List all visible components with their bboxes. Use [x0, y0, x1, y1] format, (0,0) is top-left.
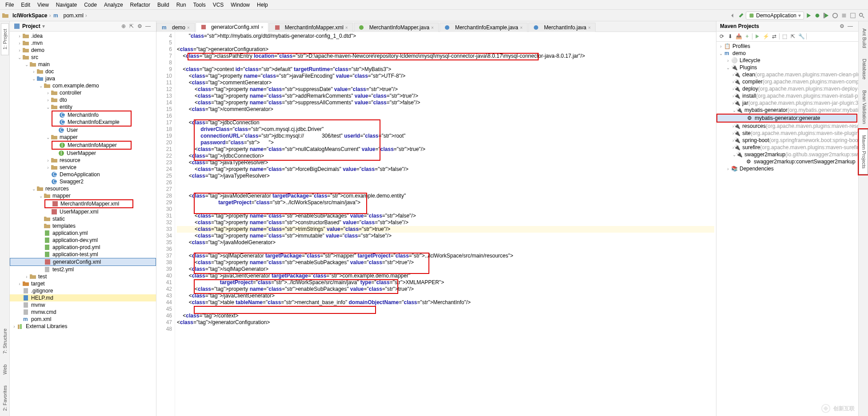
tab-favorites[interactable]: 2: Favorites	[1, 380, 8, 416]
tab-mie-java[interactable]: MerchantInfoExample.java×	[440, 23, 528, 32]
tree-node-merchantinfo[interactable]: CMerchantInfo	[52, 111, 131, 119]
tree-node-app-test-yml[interactable]: application-test.yml	[10, 251, 156, 258]
tab-ant[interactable]: Ant Build	[859, 23, 868, 53]
execute-icon[interactable]: ⚡	[762, 33, 769, 40]
layout-icon[interactable]	[849, 12, 856, 19]
tree-node-gitignore[interactable]: .gitignore	[10, 287, 156, 294]
tab-project[interactable]: 1: Project	[1, 23, 9, 55]
maven-resources[interactable]: ›🔌resources (org.apache.maven.plugins:ma…	[716, 123, 858, 130]
tree-node-mapper[interactable]: ⌄mapper	[10, 134, 156, 141]
maven-install[interactable]: ›🔌install (org.apache.maven.plugins:mave…	[716, 92, 858, 99]
download-icon[interactable]: 📥	[735, 33, 742, 40]
tree-node-controller[interactable]: ›controller	[10, 89, 156, 96]
maven-deploy[interactable]: ›🔌deploy (org.apache.maven.plugins:maven…	[716, 85, 858, 92]
maven-deps[interactable]: ›📚Dependencies	[716, 165, 858, 172]
close-icon[interactable]: ×	[588, 25, 591, 30]
tree-node-idea[interactable]: ›.idea	[10, 32, 156, 40]
menu-vcs[interactable]: VCS	[210, 2, 227, 8]
tree-node-target[interactable]: ›target	[10, 280, 156, 287]
code-editor[interactable]: 4567891011121314151617181920212223242526…	[156, 32, 716, 416]
scroll-to-icon[interactable]: ⊕	[121, 23, 128, 29]
menu-code[interactable]: Code	[81, 2, 100, 8]
tab-web[interactable]: Web	[1, 359, 8, 380]
maven-surefire[interactable]: ›🔌surefire (org.apache.maven.plugins:mav…	[716, 144, 858, 151]
hammer-icon[interactable]	[738, 12, 745, 19]
settings-icon[interactable]: 🔧	[798, 33, 805, 40]
close-icon[interactable]: ×	[261, 25, 264, 30]
tree-node-swagger[interactable]: CSwagger2	[10, 178, 156, 185]
maven-site[interactable]: ›🔌site (org.apache.maven.plugins:maven-s…	[716, 130, 858, 137]
tree-node-umxml[interactable]: UserMapper.xml	[10, 208, 156, 215]
menu-help[interactable]: Help	[254, 2, 271, 8]
tree-node-extlibs[interactable]: ›External Libraries	[10, 323, 156, 330]
run-icon[interactable]	[754, 33, 761, 40]
menu-window[interactable]: Window	[228, 2, 252, 8]
tree-node-generatorconfig[interactable]: generatorConfig.xml	[10, 258, 156, 266]
maven-lifecycle[interactable]: ›⚪Lifecycle	[716, 57, 858, 64]
maven-clean[interactable]: ›🔌clean (org.apache.maven.plugins:maven-…	[716, 71, 858, 78]
tree-node-java[interactable]: ⌄java	[10, 75, 156, 82]
tab-database[interactable]: Database	[859, 53, 868, 85]
reimport-icon[interactable]: ⟳	[718, 33, 725, 40]
menu-view[interactable]: View	[35, 2, 52, 8]
tree-node-dto[interactable]: ›dto	[10, 96, 156, 103]
menu-run[interactable]: Run	[174, 2, 189, 8]
tab-demo[interactable]: mdemo×	[156, 23, 195, 32]
menu-analyze[interactable]: Analyze	[101, 2, 126, 8]
profile-icon[interactable]	[832, 12, 839, 19]
run-icon[interactable]	[805, 12, 812, 19]
tree-node-mvnw[interactable]: mvnw	[10, 301, 156, 309]
breadcrumb-root[interactable]: lclWorkSpace	[12, 12, 47, 19]
collapse-icon[interactable]: ⇱	[129, 23, 136, 29]
maven-profiles[interactable]: ›📋Profiles	[716, 43, 858, 50]
tree-node-demo[interactable]: ›demo	[10, 47, 156, 54]
tree-node-mvn[interactable]: ›.mvn	[10, 40, 156, 47]
hide-icon[interactable]: —	[848, 23, 854, 29]
maven-jar[interactable]: ›🔌jar (org.apache.maven.plugins:maven-ja…	[716, 99, 858, 107]
tab-maven-projects[interactable]: Maven Projects	[859, 129, 868, 174]
collapse-all-icon[interactable]: ⇱	[789, 33, 796, 40]
tree-node-merchantinfomapper[interactable]: IMerchantInfoMapper	[52, 142, 131, 149]
tab-bean-validation[interactable]: Bean Validation	[859, 85, 868, 129]
tab-mim-xml[interactable]: MerchantInfoMapper.xml×	[269, 23, 353, 32]
tab-generatorconfig[interactable]: generatorConfig.xml×	[196, 22, 268, 32]
tree-node-resources[interactable]: ⌄resources	[10, 185, 156, 192]
maven-plugins[interactable]: ⌄🔌Plugins	[716, 64, 858, 71]
maven-spring-boot[interactable]: ›🔌spring-boot (org.springframework.boot:…	[716, 137, 858, 144]
close-icon[interactable]: ×	[345, 25, 348, 30]
back-icon[interactable]	[729, 12, 736, 19]
show-deps-icon[interactable]: ⬚	[781, 33, 788, 40]
tree-node-mimxml[interactable]: MerchantInfoMapper.xml	[45, 200, 132, 207]
tree-node-rmapper[interactable]: ⌄mapper	[10, 192, 156, 199]
tree-node-test2-yml[interactable]: test2.yml	[10, 266, 156, 273]
close-icon[interactable]: ×	[187, 25, 190, 30]
gear-icon[interactable]: ⚙	[137, 23, 144, 29]
close-icon[interactable]: ×	[520, 25, 523, 30]
menu-build[interactable]: Build	[155, 2, 172, 8]
generate-icon[interactable]: ⬇	[727, 33, 734, 40]
tree-node-entity[interactable]: ⌄entity	[10, 103, 156, 111]
menu-tools[interactable]: Tools	[191, 2, 208, 8]
tab-mim-java[interactable]: MerchantInfoMapper.java×	[354, 23, 439, 32]
debug-icon[interactable]	[814, 12, 821, 19]
tree-node-service[interactable]: ›service	[10, 164, 156, 171]
maven-swagger2markup[interactable]: ⌄🔌swagger2markup (io.github.swagger2mark…	[716, 151, 858, 158]
gear-icon[interactable]: ⚙	[840, 23, 846, 29]
hide-icon[interactable]: —	[145, 23, 152, 29]
menu-navigate[interactable]: Navigate	[53, 2, 80, 8]
project-tree[interactable]: ›.idea ›.mvn ›demo ⌄src ⌄main ›doc ⌄java…	[10, 32, 156, 416]
tree-node-demoapp[interactable]: CDemoApplication	[10, 171, 156, 178]
tree-node-doc[interactable]: ›doc	[10, 68, 156, 75]
tree-node-mvnwcmd[interactable]: mvnw.cmd	[10, 309, 156, 316]
tab-mi-java[interactable]: MerchantInfo.java×	[528, 23, 596, 32]
maven-mybatis-gen[interactable]: ⌄🔌mybatis-generator (org.mybatis.generat…	[716, 107, 858, 114]
stop-icon[interactable]	[840, 12, 848, 19]
tree-node-resource[interactable]: ›resource	[10, 157, 156, 164]
tree-node-user[interactable]: CUser	[10, 127, 156, 134]
code-content[interactable]: "class="str">http://mybatis.org/dtd/myba…	[175, 32, 716, 416]
tab-structure[interactable]: 7: Structure	[1, 323, 8, 359]
maven-compiler[interactable]: ›🔌compiler (org.apache.maven.plugins:mav…	[716, 78, 858, 85]
tree-node-usermapper[interactable]: IUserMapper	[10, 150, 156, 157]
chevron-down-icon[interactable]: ▾	[42, 23, 45, 29]
tree-node-test[interactable]: ›test	[10, 273, 156, 280]
